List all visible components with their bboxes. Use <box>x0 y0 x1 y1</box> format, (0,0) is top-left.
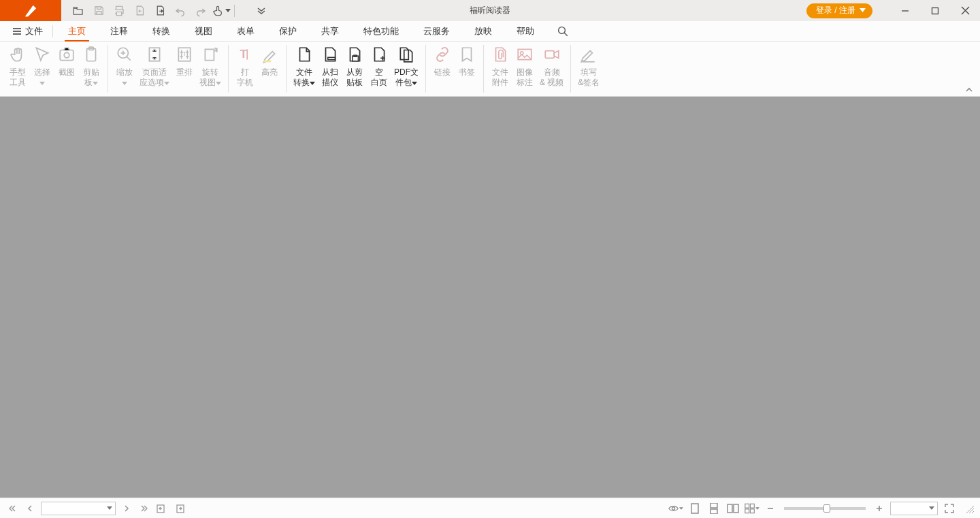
bookmark-button[interactable]: 书签 <box>455 42 479 78</box>
close-button[interactable] <box>950 0 980 21</box>
prev-view-button[interactable] <box>155 502 169 515</box>
tab-special[interactable]: 特色功能 <box>351 21 411 42</box>
highlight-button[interactable]: 高亮 <box>257 42 282 78</box>
tab-view[interactable]: 视图 <box>182 21 225 42</box>
facing-icon <box>727 504 739 513</box>
save-icon <box>93 5 105 16</box>
link-button[interactable]: 链接 <box>430 42 455 78</box>
page-navigation <box>5 502 186 515</box>
tab-protect[interactable]: 保护 <box>267 21 309 42</box>
audio-video-button[interactable]: 音频 & 视频 <box>537 42 566 88</box>
facing-continuous-icon <box>745 503 755 514</box>
tab-share[interactable]: 共享 <box>309 21 351 42</box>
facing-button[interactable] <box>725 501 740 516</box>
separator <box>228 45 229 93</box>
minimize-button[interactable] <box>890 0 920 21</box>
tab-slideshow[interactable]: 放映 <box>462 21 504 42</box>
cursor-icon <box>33 46 51 63</box>
tab-cloud[interactable]: 云服务 <box>411 21 462 42</box>
title-bar: 福昕阅读器 登录 / 注册 <box>0 0 980 21</box>
chevron-down-icon <box>122 82 127 85</box>
maximize-button[interactable] <box>920 0 950 21</box>
blank-page-icon <box>370 46 388 63</box>
undo-button[interactable] <box>170 0 191 21</box>
search-button[interactable] <box>557 25 569 37</box>
from-clipboard-button[interactable]: 从剪 贴板 <box>342 42 367 88</box>
clipboard-button[interactable]: 剪贴 板 <box>79 42 103 88</box>
touch-mode-button[interactable] <box>211 0 231 21</box>
view-controls <box>668 501 975 516</box>
redo-button[interactable] <box>191 0 211 21</box>
fullscreen-button[interactable] <box>942 501 957 516</box>
svg-point-3 <box>64 52 69 58</box>
single-page-button[interactable] <box>687 501 702 516</box>
svg-text:T: T <box>182 50 186 57</box>
app-logo[interactable] <box>0 0 61 21</box>
first-page-button[interactable] <box>5 502 19 515</box>
blank-page-button[interactable]: 空 白页 <box>367 42 391 88</box>
page-clipboard-icon <box>346 46 363 63</box>
page-fit-button[interactable]: 页面适 应选项 <box>137 42 172 88</box>
new-page-button[interactable] <box>150 0 170 21</box>
save-as-button[interactable] <box>129 0 150 21</box>
open-file-button[interactable] <box>68 0 88 21</box>
tab-help[interactable]: 帮助 <box>504 21 546 42</box>
facing-continuous-button[interactable] <box>745 501 760 516</box>
snapshot-button[interactable]: 截图 <box>54 42 79 78</box>
next-page-button[interactable] <box>120 502 133 515</box>
print-button[interactable] <box>109 0 129 21</box>
tab-form[interactable]: 表单 <box>225 21 267 42</box>
rotate-button[interactable]: 旋转 视图 <box>197 42 224 88</box>
zoom-in-button[interactable] <box>872 502 886 515</box>
image-annot-button[interactable]: 图像 标注 <box>512 42 537 88</box>
portfolio-button[interactable]: PDF文 件包 <box>391 42 421 88</box>
ribbon-group-create: 文件 转换 从扫 描仪 从剪 贴板 空 白页 PDF文 件包 <box>291 42 421 88</box>
reflow-button[interactable]: T 重排 <box>172 42 197 78</box>
tab-convert[interactable]: 转换 <box>140 21 182 42</box>
typewriter-button[interactable]: T 打 字机 <box>233 42 257 88</box>
close-icon <box>961 6 970 15</box>
document-area[interactable] <box>0 97 980 498</box>
redo-icon <box>195 5 207 17</box>
zoom-slider-thumb[interactable] <box>823 504 830 513</box>
video-icon <box>543 46 561 63</box>
login-button[interactable]: 登录 / 注册 <box>806 3 872 18</box>
read-mode-button[interactable] <box>668 501 683 516</box>
page-forward-icon <box>174 504 185 513</box>
zoom-out-button[interactable] <box>764 502 777 515</box>
convert-button[interactable]: 文件 转换 <box>291 42 318 88</box>
file-menu[interactable]: 文件 <box>12 25 43 37</box>
zoom-slider[interactable] <box>784 507 866 510</box>
attachment-button[interactable]: 文件 附件 <box>488 42 512 88</box>
next-view-button[interactable] <box>173 502 186 515</box>
fill-sign-button[interactable]: 填写 &签名 <box>575 42 602 88</box>
maximize-icon <box>931 7 939 15</box>
chevron-down-icon <box>93 82 98 85</box>
zoom-value-input[interactable] <box>890 502 938 515</box>
page-number-input[interactable] <box>41 502 116 515</box>
tab-home[interactable]: 主页 <box>56 21 98 42</box>
prev-page-button[interactable] <box>23 502 37 515</box>
collapse-ribbon-button[interactable] <box>965 86 973 93</box>
chevron-down-icon <box>39 82 45 85</box>
zoom-button[interactable]: 缩放 <box>112 42 137 88</box>
continuous-button[interactable] <box>706 501 721 516</box>
save-button[interactable] <box>88 0 109 21</box>
page-back-icon <box>157 504 167 513</box>
svg-rect-13 <box>328 57 336 59</box>
from-scanner-button[interactable]: 从扫 描仪 <box>318 42 342 88</box>
chevron-down-icon <box>679 507 683 510</box>
last-page-button[interactable] <box>137 502 151 515</box>
resize-grip[interactable] <box>964 503 975 514</box>
svg-rect-25 <box>728 504 732 513</box>
hand-tool-button[interactable]: 手型 工具 <box>5 42 30 88</box>
hamburger-icon <box>12 27 22 35</box>
single-page-icon <box>690 503 700 514</box>
select-button[interactable]: 选择 <box>30 42 54 88</box>
separator <box>570 45 571 93</box>
title-bar-right: 登录 / 注册 <box>806 0 980 21</box>
zoom-icon <box>116 46 133 63</box>
quick-access-more-button[interactable] <box>251 0 272 21</box>
tab-comment[interactable]: 注释 <box>98 21 140 42</box>
fullscreen-icon <box>944 503 955 514</box>
